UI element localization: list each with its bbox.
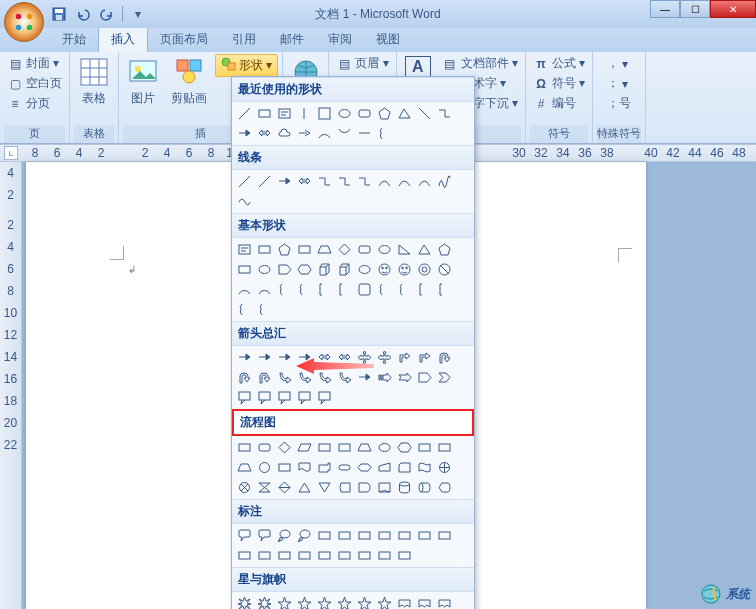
vertical-ruler[interactable]: 42246810121416182022 — [0, 162, 22, 609]
shape-circle[interactable] — [256, 459, 273, 476]
shape-oval[interactable] — [376, 439, 393, 456]
tab-page-layout[interactable]: 页面布局 — [148, 27, 220, 52]
office-button[interactable] — [4, 2, 44, 42]
symbol-button[interactable]: Ω符号 ▾ — [530, 74, 588, 93]
qat-customize-icon[interactable]: ▾ — [129, 5, 147, 23]
table-button[interactable]: 表格 — [74, 54, 114, 109]
shape-rect[interactable] — [336, 527, 353, 544]
shape-face[interactable] — [376, 261, 393, 278]
tab-home[interactable]: 开始 — [50, 27, 98, 52]
shape-star[interactable] — [376, 595, 393, 609]
shapes-button[interactable]: 形状 ▾ — [215, 54, 278, 77]
shape-curve[interactable] — [396, 173, 413, 190]
shape-callout[interactable] — [276, 389, 293, 406]
shape-poly[interactable] — [276, 241, 293, 258]
shape-rect[interactable] — [396, 547, 413, 564]
shape-brace[interactable] — [376, 125, 393, 142]
picture-button[interactable]: 图片 — [123, 54, 163, 109]
shape-rrect[interactable] — [256, 439, 273, 456]
header-button[interactable]: ▤页眉 ▾ — [333, 54, 391, 73]
shape-bent[interactable] — [396, 349, 413, 366]
shape-line3[interactable] — [356, 125, 373, 142]
shape-oval[interactable] — [256, 261, 273, 278]
shape-textbox[interactable] — [276, 105, 293, 122]
shape-brack[interactable] — [336, 281, 353, 298]
shape-star[interactable] — [276, 595, 293, 609]
shape-conn[interactable] — [336, 173, 353, 190]
clipart-button[interactable]: 剪贴画 — [167, 54, 211, 109]
shape-rect[interactable] — [336, 547, 353, 564]
shape-speech[interactable] — [236, 527, 253, 544]
shape-vline[interactable] — [296, 105, 313, 122]
shape-curve[interactable] — [376, 173, 393, 190]
shape-arrow[interactable] — [276, 349, 293, 366]
shape-brace[interactable] — [396, 281, 413, 298]
shape-card[interactable] — [396, 459, 413, 476]
shape-bent[interactable] — [416, 349, 433, 366]
shape-brace[interactable] — [236, 301, 253, 318]
shape-conn[interactable] — [356, 173, 373, 190]
shape-brace[interactable] — [256, 301, 273, 318]
shape-brace[interactable] — [376, 281, 393, 298]
shape-rect[interactable] — [376, 547, 393, 564]
shape-penta[interactable] — [416, 369, 433, 386]
shape-mag[interactable] — [396, 479, 413, 496]
shape-notched[interactable] — [396, 369, 413, 386]
shape-diamond[interactable] — [336, 241, 353, 258]
shape-darrow[interactable] — [256, 125, 273, 142]
shape-brace[interactable] — [276, 281, 293, 298]
tab-insert[interactable]: 插入 — [98, 26, 148, 52]
shape-textbox[interactable] — [236, 241, 253, 258]
shape-poly[interactable] — [376, 105, 393, 122]
shape-rect[interactable] — [436, 439, 453, 456]
shape-line[interactable] — [236, 105, 253, 122]
shape-speech[interactable] — [256, 527, 273, 544]
shape-arrow[interactable] — [236, 125, 253, 142]
shape-brack[interactable] — [416, 281, 433, 298]
shape-rect[interactable] — [416, 527, 433, 544]
shape-arrow2[interactable] — [296, 125, 313, 142]
shape-or[interactable] — [236, 479, 253, 496]
shape-merge[interactable] — [316, 479, 333, 496]
shape-rrect[interactable] — [356, 105, 373, 122]
shape-tri2[interactable] — [396, 241, 413, 258]
comma-button[interactable]: ，▾ — [604, 54, 634, 73]
shape-burst[interactable] — [236, 595, 253, 609]
shape-scribble[interactable] — [436, 173, 453, 190]
shape-cube[interactable] — [336, 261, 353, 278]
shape-rect[interactable] — [236, 547, 253, 564]
quick-parts-button[interactable]: ▤文档部件 ▾ — [439, 54, 521, 73]
shape-curve[interactable] — [416, 173, 433, 190]
shape-striped[interactable] — [376, 369, 393, 386]
shape-oval[interactable] — [376, 241, 393, 258]
shape-callout[interactable] — [256, 389, 273, 406]
shape-noentry[interactable] — [436, 261, 453, 278]
tab-references[interactable]: 引用 — [220, 27, 268, 52]
shape-line[interactable] — [236, 173, 253, 190]
shape-tri[interactable] — [396, 105, 413, 122]
shape-conn[interactable] — [436, 105, 453, 122]
shape-rect[interactable] — [376, 527, 393, 544]
shape-thought[interactable] — [296, 527, 313, 544]
shape-hex[interactable] — [396, 439, 413, 456]
semicolon-button[interactable]: ；▾ — [604, 74, 634, 93]
shape-rect[interactable] — [256, 105, 273, 122]
shape-direct[interactable] — [416, 479, 433, 496]
shape-tri[interactable] — [416, 241, 433, 258]
shape-rect[interactable] — [336, 439, 353, 456]
shape-rect[interactable] — [256, 547, 273, 564]
shape-burst[interactable] — [256, 595, 273, 609]
shape-quad[interactable] — [376, 349, 393, 366]
shape-arrow[interactable] — [256, 349, 273, 366]
shape-rect[interactable] — [236, 261, 253, 278]
shape-uturn[interactable] — [236, 369, 253, 386]
shape-star[interactable] — [296, 595, 313, 609]
shape-diamond[interactable] — [276, 439, 293, 456]
shape-hex[interactable] — [296, 261, 313, 278]
shape-rect[interactable] — [236, 439, 253, 456]
shape-arrow[interactable] — [276, 173, 293, 190]
close-button[interactable]: ✕ — [710, 0, 756, 18]
shape-arc2[interactable] — [336, 125, 353, 142]
shape-extract[interactable] — [296, 479, 313, 496]
shape-rect[interactable] — [416, 439, 433, 456]
